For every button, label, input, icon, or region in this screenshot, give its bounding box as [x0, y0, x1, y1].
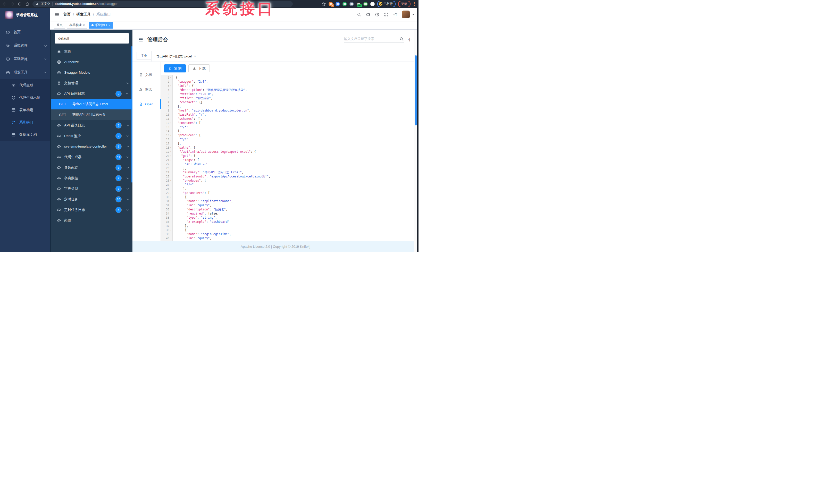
fold-toggle-icon[interactable]: ▾	[169, 196, 173, 198]
count-badge: 2	[116, 91, 121, 97]
pin-extension-icon[interactable]	[336, 2, 340, 6]
doc-search-icon[interactable]	[399, 37, 404, 41]
rail-item-调试[interactable]: 调试	[132, 82, 161, 97]
github-icon[interactable]	[366, 12, 370, 17]
bookmark-star-icon[interactable]	[322, 2, 326, 6]
download-button[interactable]: 下 载	[189, 64, 210, 72]
menu-collapse-icon[interactable]	[138, 37, 143, 42]
sidebar-toggle-icon[interactable]	[54, 12, 59, 17]
fold-toggle-icon[interactable]: ▾	[169, 229, 173, 231]
sidebar-item-表单构建[interactable]: 表单构建	[0, 104, 50, 116]
forward-icon[interactable]	[10, 2, 14, 6]
tag-首页[interactable]: 首页	[54, 22, 65, 29]
sidebar-item-代码生成[interactable]: 代码生成	[0, 79, 50, 91]
sidebar-item-首页[interactable]: 首页	[0, 25, 50, 39]
content-scrollbar-thumb[interactable]	[415, 55, 417, 126]
reload-icon[interactable]	[18, 2, 22, 6]
doc-search-input[interactable]: 输入文档关键字搜索	[344, 37, 404, 43]
gutter-line: 22	[161, 162, 173, 166]
swagger-menu-label: 参数配置	[64, 165, 78, 170]
home-icon[interactable]	[25, 2, 29, 6]
code-line: "contact": {}	[176, 100, 418, 104]
swagger-sidebar-scrollbar[interactable]	[131, 46, 132, 183]
models-icon	[57, 71, 61, 75]
swagger-menu-API 访问日志[interactable]: API 访问日志2	[51, 88, 132, 99]
fold-toggle-icon[interactable]: ▾	[169, 85, 173, 87]
close-icon[interactable]: ×	[194, 54, 196, 58]
flower-extension-icon[interactable]	[370, 2, 375, 6]
api-operation-导出API 访问日志 Excel[interactable]: GET导出API 访问日志 Excel	[51, 99, 132, 109]
json-string: "API 访问日志"	[185, 162, 208, 166]
api-operation-获得API 访问日志分页[interactable]: GET获得API 访问日志分页	[51, 109, 132, 120]
close-icon[interactable]: ×	[83, 24, 85, 27]
user-avatar[interactable]	[402, 11, 410, 18]
font-size-icon[interactable]: TT	[393, 12, 397, 17]
language-toggle[interactable]: 中	[408, 37, 412, 42]
split-extension-icon[interactable]	[350, 2, 354, 6]
rail-item-文档[interactable]: 文档	[132, 68, 161, 82]
sidebar-item-代码生成示例[interactable]: 代码生成示例	[0, 91, 50, 104]
fold-toggle-icon[interactable]: ▾	[169, 134, 173, 136]
fold-toggle-icon[interactable]: ▾	[169, 147, 173, 149]
line-number: 26	[166, 179, 169, 182]
swagger-menu-Redis 监控[interactable]: Redis 监控2	[51, 131, 132, 141]
avatar-caret-down-icon[interactable]	[412, 14, 414, 15]
browser-menu-icon[interactable]	[413, 1, 416, 6]
fold-toggle-icon[interactable]: ▾	[169, 122, 173, 124]
app-sidebar: 芋道管理系统 首页系统管理基础设施研发工具代码生成代码生成示例表单构建系统接口数…	[0, 8, 50, 252]
swagger-menu-文档管理[interactable]: 文档管理	[51, 78, 132, 88]
swagger-sidebar: default 主页AuthorizeSwagger Models文档管理API…	[50, 30, 132, 252]
swagger-menu-代码生成器[interactable]: 代码生成器11	[51, 152, 132, 162]
swagger-menu-API 错误日志[interactable]: API 错误日志3	[51, 120, 132, 131]
help-icon[interactable]	[375, 12, 379, 17]
rail-item-Open[interactable]: Open	[132, 97, 161, 112]
fold-toggle-icon[interactable]: ▾	[169, 192, 173, 194]
api-group-select[interactable]: default	[55, 33, 129, 43]
header-search-icon[interactable]	[357, 12, 361, 17]
browser-update-button[interactable]: 更新	[398, 1, 410, 7]
close-icon[interactable]: ×	[108, 24, 110, 27]
swagger-menu-Swagger Models[interactable]: Swagger Models	[51, 67, 132, 78]
json-code-editor[interactable]: 1▾23▾456789101112▾131415▾161718▾19▾20▾21…	[161, 75, 418, 241]
app-logo-row[interactable]: 芋道管理系统	[0, 8, 50, 22]
swagger-menu-定时任务日志[interactable]: 定时任务日志4	[51, 204, 132, 215]
swagger-menu-sys-sms-template-controller[interactable]: sys-sms-template-controller7	[51, 141, 132, 152]
gn-extension-icon[interactable]: Gn	[356, 2, 361, 6]
sidebar-item-系统管理[interactable]: 系统管理	[0, 39, 50, 52]
sidebar-item-系统接口[interactable]: 系统接口	[0, 116, 50, 129]
line-number: 25	[166, 175, 169, 178]
doc-tab-导出API 访问日志 Excel[interactable]: 导出API 访问日志 Excel×	[151, 51, 201, 61]
breadcrumb-dev-tools[interactable]: 研发工具	[76, 12, 91, 17]
json-punct: ,	[206, 80, 208, 83]
fold-toggle-icon[interactable]: ▾	[169, 159, 173, 161]
sidebar-item-研发工具[interactable]: 研发工具	[0, 66, 50, 79]
swagger-menu-字典数据[interactable]: 字典数据7	[51, 173, 132, 183]
swagger-menu-主页[interactable]: 主页	[51, 46, 132, 57]
swagger-menu-Authorize[interactable]: Authorize	[51, 57, 132, 67]
sidebar-item-数据库文档[interactable]: 数据库文档	[0, 129, 50, 141]
sidebar-item-基础设施[interactable]: 基础设施	[0, 52, 50, 66]
check-extension-icon[interactable]	[342, 2, 347, 6]
swagger-menu-岗位[interactable]: 岗位	[51, 215, 132, 226]
fold-toggle-icon[interactable]: ▾	[169, 180, 173, 182]
breadcrumb-home[interactable]: 首页	[64, 12, 71, 17]
fold-toggle-icon[interactable]: ▾	[169, 76, 173, 79]
address-bar[interactable]: 不安全 dashboard.yudao.iocoder.cn/tool/swag…	[33, 1, 293, 7]
fold-toggle-icon[interactable]: ▾	[169, 155, 173, 157]
json-string: "api-dashboard.yudao.iocoder.cn"	[192, 109, 249, 112]
json-key: "produces"	[178, 133, 195, 137]
fullscreen-icon[interactable]	[384, 12, 388, 17]
orange-extension-icon[interactable]: 1	[328, 2, 333, 6]
back-icon[interactable]	[3, 2, 7, 6]
swagger-menu-字典类型[interactable]: 字典类型7	[51, 183, 132, 194]
swagger-menu-参数配置[interactable]: 参数配置7	[51, 162, 132, 173]
paused-extension-pill[interactable]: 已暂停	[377, 1, 395, 7]
fold-toggle-icon[interactable]: ▾	[169, 151, 173, 153]
swagger-menu-定时任务[interactable]: 定时任务10	[51, 194, 132, 204]
copy-button[interactable]: 复 制	[164, 64, 186, 72]
doc-tab-主页[interactable]: 主页	[137, 52, 151, 60]
json-punct: ,	[210, 203, 212, 207]
sprout-extension-icon[interactable]	[363, 2, 368, 6]
tag-表单构建[interactable]: 表单构建×	[67, 22, 87, 29]
tag-系统接口[interactable]: 系统接口×	[89, 22, 113, 29]
